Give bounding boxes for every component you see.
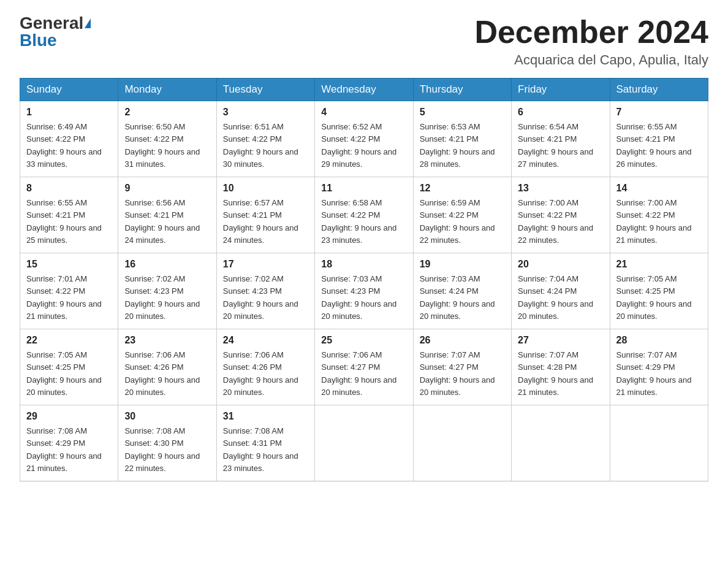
day-number: 1 xyxy=(26,105,112,120)
page-header: General Blue December 2024 Acquarica del… xyxy=(20,15,708,68)
title-block: December 2024 Acquarica del Capo, Apulia… xyxy=(474,15,708,68)
day-info: Sunrise: 7:08 AMSunset: 4:31 PMDaylight:… xyxy=(223,426,298,473)
day-info: Sunrise: 7:08 AMSunset: 4:29 PMDaylight:… xyxy=(26,426,102,473)
logo-triangle-icon xyxy=(85,18,91,28)
day-number: 27 xyxy=(518,333,603,348)
day-number: 30 xyxy=(124,409,210,424)
calendar-cell: 23 Sunrise: 7:06 AMSunset: 4:26 PMDaylig… xyxy=(118,329,216,405)
calendar-cell: 21 Sunrise: 7:05 AMSunset: 4:25 PMDaylig… xyxy=(610,253,708,329)
calendar-body: 1 Sunrise: 6:49 AMSunset: 4:22 PMDayligh… xyxy=(20,101,708,481)
day-number: 29 xyxy=(26,409,112,424)
calendar-cell: 14 Sunrise: 7:00 AMSunset: 4:22 PMDaylig… xyxy=(610,177,708,253)
calendar-cell: 24 Sunrise: 7:06 AMSunset: 4:26 PMDaylig… xyxy=(216,329,314,405)
calendar-cell: 26 Sunrise: 7:07 AMSunset: 4:27 PMDaylig… xyxy=(413,329,511,405)
day-number: 22 xyxy=(26,333,112,348)
day-number: 16 xyxy=(124,257,210,272)
day-info: Sunrise: 7:00 AMSunset: 4:22 PMDaylight:… xyxy=(616,198,692,245)
logo-blue-text: Blue xyxy=(20,32,57,49)
day-info: Sunrise: 7:03 AMSunset: 4:23 PMDaylight:… xyxy=(321,274,396,321)
day-number: 25 xyxy=(321,333,406,348)
calendar-week-row: 15 Sunrise: 7:01 AMSunset: 4:22 PMDaylig… xyxy=(20,253,708,329)
calendar-cell: 19 Sunrise: 7:03 AMSunset: 4:24 PMDaylig… xyxy=(413,253,511,329)
day-number: 6 xyxy=(518,105,603,120)
day-number: 4 xyxy=(321,105,406,120)
calendar-cell: 25 Sunrise: 7:06 AMSunset: 4:27 PMDaylig… xyxy=(315,329,413,405)
calendar-cell: 29 Sunrise: 7:08 AMSunset: 4:29 PMDaylig… xyxy=(20,405,118,481)
calendar-cell xyxy=(610,405,708,481)
calendar-cell: 12 Sunrise: 6:59 AMSunset: 4:22 PMDaylig… xyxy=(413,177,511,253)
calendar-week-row: 1 Sunrise: 6:49 AMSunset: 4:22 PMDayligh… xyxy=(20,101,708,177)
calendar-cell: 16 Sunrise: 7:02 AMSunset: 4:23 PMDaylig… xyxy=(118,253,216,329)
day-info: Sunrise: 7:06 AMSunset: 4:26 PMDaylight:… xyxy=(124,350,200,397)
day-info: Sunrise: 6:52 AMSunset: 4:22 PMDaylight:… xyxy=(321,122,396,169)
calendar-cell: 7 Sunrise: 6:55 AMSunset: 4:21 PMDayligh… xyxy=(610,101,708,177)
calendar-week-row: 29 Sunrise: 7:08 AMSunset: 4:29 PMDaylig… xyxy=(20,405,708,481)
day-number: 15 xyxy=(26,257,112,272)
day-info: Sunrise: 6:58 AMSunset: 4:22 PMDaylight:… xyxy=(321,198,396,245)
calendar-cell: 27 Sunrise: 7:07 AMSunset: 4:28 PMDaylig… xyxy=(512,329,610,405)
day-info: Sunrise: 7:07 AMSunset: 4:28 PMDaylight:… xyxy=(518,350,593,397)
day-info: Sunrise: 7:07 AMSunset: 4:27 PMDaylight:… xyxy=(420,350,495,397)
day-number: 14 xyxy=(616,181,702,196)
day-number: 9 xyxy=(124,181,210,196)
day-header-wednesday: Wednesday xyxy=(315,79,413,101)
month-title: December 2024 xyxy=(474,15,708,50)
calendar-header: SundayMondayTuesdayWednesdayThursdayFrid… xyxy=(20,79,708,101)
day-info: Sunrise: 7:06 AMSunset: 4:26 PMDaylight:… xyxy=(223,350,298,397)
day-number: 10 xyxy=(223,181,308,196)
day-number: 21 xyxy=(616,257,702,272)
day-number: 12 xyxy=(420,181,505,196)
day-info: Sunrise: 6:54 AMSunset: 4:21 PMDaylight:… xyxy=(518,122,593,169)
day-info: Sunrise: 6:57 AMSunset: 4:21 PMDaylight:… xyxy=(223,198,298,245)
day-number: 23 xyxy=(124,333,210,348)
day-info: Sunrise: 7:02 AMSunset: 4:23 PMDaylight:… xyxy=(223,274,298,321)
calendar-cell xyxy=(512,405,610,481)
day-header-monday: Monday xyxy=(118,79,216,101)
calendar-cell: 20 Sunrise: 7:04 AMSunset: 4:24 PMDaylig… xyxy=(512,253,610,329)
calendar-cell: 11 Sunrise: 6:58 AMSunset: 4:22 PMDaylig… xyxy=(315,177,413,253)
day-info: Sunrise: 6:56 AMSunset: 4:21 PMDaylight:… xyxy=(124,198,200,245)
logo: General Blue xyxy=(20,15,91,49)
calendar-cell: 22 Sunrise: 7:05 AMSunset: 4:25 PMDaylig… xyxy=(20,329,118,405)
day-number: 11 xyxy=(321,181,406,196)
day-number: 8 xyxy=(26,181,112,196)
day-number: 18 xyxy=(321,257,406,272)
logo-general-text: General xyxy=(20,15,83,32)
calendar-cell: 3 Sunrise: 6:51 AMSunset: 4:22 PMDayligh… xyxy=(216,101,314,177)
calendar-cell: 6 Sunrise: 6:54 AMSunset: 4:21 PMDayligh… xyxy=(512,101,610,177)
calendar-cell: 13 Sunrise: 7:00 AMSunset: 4:22 PMDaylig… xyxy=(512,177,610,253)
day-number: 31 xyxy=(223,409,308,424)
day-header-thursday: Thursday xyxy=(413,79,511,101)
calendar-cell: 30 Sunrise: 7:08 AMSunset: 4:30 PMDaylig… xyxy=(118,405,216,481)
calendar-cell: 18 Sunrise: 7:03 AMSunset: 4:23 PMDaylig… xyxy=(315,253,413,329)
calendar-week-row: 22 Sunrise: 7:05 AMSunset: 4:25 PMDaylig… xyxy=(20,329,708,405)
location-subtitle: Acquarica del Capo, Apulia, Italy xyxy=(474,52,708,68)
calendar-cell: 4 Sunrise: 6:52 AMSunset: 4:22 PMDayligh… xyxy=(315,101,413,177)
day-info: Sunrise: 7:03 AMSunset: 4:24 PMDaylight:… xyxy=(420,274,495,321)
day-number: 7 xyxy=(616,105,702,120)
day-info: Sunrise: 6:55 AMSunset: 4:21 PMDaylight:… xyxy=(616,122,692,169)
calendar-cell: 10 Sunrise: 6:57 AMSunset: 4:21 PMDaylig… xyxy=(216,177,314,253)
day-number: 28 xyxy=(616,333,702,348)
calendar-cell xyxy=(315,405,413,481)
day-info: Sunrise: 7:01 AMSunset: 4:22 PMDaylight:… xyxy=(26,274,102,321)
day-info: Sunrise: 6:50 AMSunset: 4:22 PMDaylight:… xyxy=(124,122,200,169)
day-header-friday: Friday xyxy=(512,79,610,101)
day-number: 20 xyxy=(518,257,603,272)
day-info: Sunrise: 6:55 AMSunset: 4:21 PMDaylight:… xyxy=(26,198,102,245)
day-info: Sunrise: 6:53 AMSunset: 4:21 PMDaylight:… xyxy=(420,122,495,169)
day-number: 5 xyxy=(420,105,505,120)
day-number: 2 xyxy=(124,105,210,120)
calendar-cell: 8 Sunrise: 6:55 AMSunset: 4:21 PMDayligh… xyxy=(20,177,118,253)
day-info: Sunrise: 7:05 AMSunset: 4:25 PMDaylight:… xyxy=(616,274,692,321)
calendar-cell: 9 Sunrise: 6:56 AMSunset: 4:21 PMDayligh… xyxy=(118,177,216,253)
day-info: Sunrise: 7:08 AMSunset: 4:30 PMDaylight:… xyxy=(124,426,200,473)
day-info: Sunrise: 7:06 AMSunset: 4:27 PMDaylight:… xyxy=(321,350,396,397)
day-header-saturday: Saturday xyxy=(610,79,708,101)
day-info: Sunrise: 6:51 AMSunset: 4:22 PMDaylight:… xyxy=(223,122,298,169)
calendar-cell: 28 Sunrise: 7:07 AMSunset: 4:29 PMDaylig… xyxy=(610,329,708,405)
calendar-table: SundayMondayTuesdayWednesdayThursdayFrid… xyxy=(20,78,708,481)
calendar-cell xyxy=(413,405,511,481)
calendar-cell: 15 Sunrise: 7:01 AMSunset: 4:22 PMDaylig… xyxy=(20,253,118,329)
day-info: Sunrise: 6:49 AMSunset: 4:22 PMDaylight:… xyxy=(26,122,102,169)
